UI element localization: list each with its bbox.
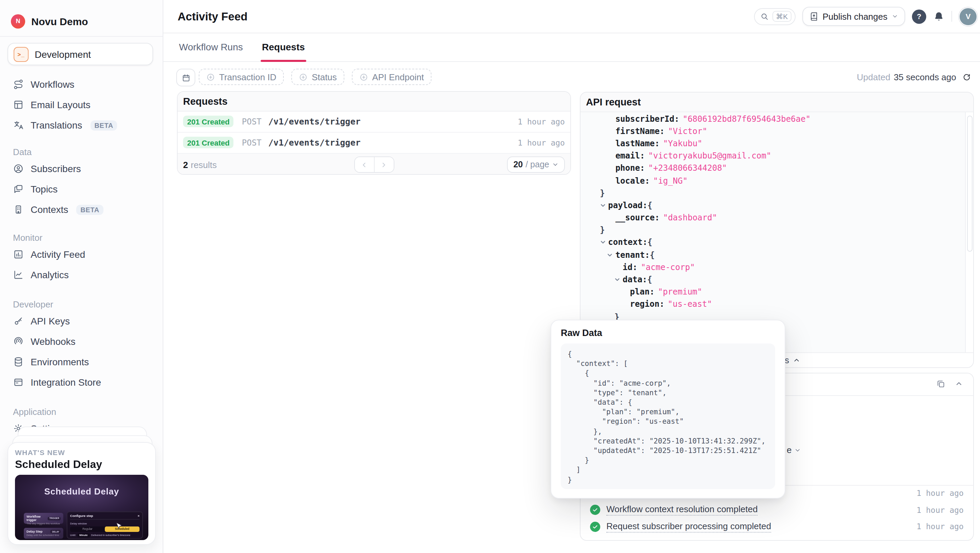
date-range-button[interactable] <box>176 69 195 86</box>
activity-feed-icon <box>13 249 24 260</box>
log-link[interactable]: Workflow context resolution completed <box>606 504 758 516</box>
promo-card-badge: TRIGGER <box>48 516 60 520</box>
json-collapse-chevron[interactable] <box>614 277 620 282</box>
json-collapse-chevron[interactable] <box>600 203 605 208</box>
promo-segment-regular: Regular <box>70 526 105 532</box>
json-line: payload:{ <box>581 199 965 211</box>
topics-icon <box>13 184 24 194</box>
sidebar-item-label: Webhooks <box>30 336 76 347</box>
promo-until-label: Until: <box>70 534 76 537</box>
raw-data-code-block: { "context": [ { "id": "acme-corp", "typ… <box>561 343 775 489</box>
log-time: 1 hour ago <box>917 522 964 532</box>
novu-dashboard: N Novu Demo >_ Development Workflows Ema… <box>0 0 980 553</box>
sidebar-item-label: Translations <box>30 120 82 130</box>
promo-config-section: Delay window <box>70 521 140 525</box>
promo-close-icon: × <box>137 514 140 518</box>
notifications-bell-icon[interactable] <box>933 11 945 22</box>
top-bar-actions: ⌘K Publish changes ? V <box>754 0 977 33</box>
promo-timezone-note: Delivered in subscriber's timezone <box>91 534 130 537</box>
page-size-label: / page <box>525 160 549 169</box>
whats-new-title: Scheduled Delay <box>15 458 148 471</box>
chevron-up-icon[interactable] <box>955 380 963 388</box>
environment-selector[interactable]: >_ Development <box>8 43 153 65</box>
sidebar-item-environments[interactable]: Environments <box>0 352 163 372</box>
filter-chip-transaction-id[interactable]: Transaction ID <box>199 69 284 85</box>
json-line: __source:"dashboard" <box>581 211 965 224</box>
json-collapse-chevron[interactable] <box>600 240 605 245</box>
sidebar-item-label: Integration Store <box>30 377 101 388</box>
sidebar-item-label: API Keys <box>30 316 70 326</box>
json-collapse-chevron[interactable] <box>607 252 612 257</box>
promo-headline: Scheduled Delay <box>15 486 148 497</box>
response-dropdown-fragment[interactable]: e <box>787 445 801 455</box>
log-link[interactable]: Request subscriber processing completed <box>606 521 771 532</box>
scrollbar-track <box>965 112 973 353</box>
sidebar-item-subscribers[interactable]: Subscribers <box>0 159 163 179</box>
page-size-select[interactable]: 20 / page <box>508 156 565 173</box>
sidebar-item-contexts[interactable]: Contexts BETA <box>0 199 163 220</box>
sidebar-item-topics[interactable]: Topics <box>0 179 163 199</box>
http-method: POST <box>242 138 262 147</box>
plus-circle-icon <box>360 72 368 81</box>
sidebar-item-email-layouts[interactable]: Email Layouts <box>0 95 163 115</box>
webhook-icon <box>13 336 24 347</box>
sidebar-item-analytics[interactable]: Analytics <box>0 265 163 285</box>
log-time: 1 hour ago <box>917 505 964 515</box>
promo-delay-step-card: Delay StepDELAY Delay until the schedule… <box>24 528 63 539</box>
calendar-icon <box>181 73 190 82</box>
sidebar-item-integration-store[interactable]: Integration Store <box>0 372 163 393</box>
filter-chip-status[interactable]: Status <box>291 69 344 85</box>
json-line: context:{ <box>581 236 965 249</box>
whats-new-card[interactable]: WHAT'S NEW Scheduled Delay Scheduled Del… <box>8 442 156 545</box>
sidebar-item-label: Email Layouts <box>30 99 91 110</box>
tab-workflow-runs[interactable]: Workflow Runs <box>179 33 243 61</box>
plus-circle-icon <box>206 72 215 81</box>
sidebar-item-label: Topics <box>30 184 57 194</box>
publish-changes-label: Publish changes <box>822 11 888 21</box>
json-line: } <box>581 187 965 199</box>
sidebar-item-workflows[interactable]: Workflows <box>0 74 163 95</box>
request-row[interactable]: 201 Created POST /v1/events/trigger 1 ho… <box>178 111 570 132</box>
sidebar-item-label: Environments <box>30 356 89 367</box>
org-switcher[interactable]: N Novu Demo <box>0 0 163 37</box>
publish-changes-button[interactable]: Publish changes <box>802 7 905 26</box>
filter-chip-api-endpoint[interactable]: API Endpoint <box>352 69 431 85</box>
updated-status: Updated 35 seconds ago <box>857 69 971 85</box>
section-title-data: Data <box>0 145 163 159</box>
section-title-developer: Developer <box>0 297 163 311</box>
sidebar-item-translations[interactable]: Translations BETA <box>0 115 163 135</box>
collapse-section-toggle[interactable]: s <box>785 353 800 367</box>
json-line: subscriberId:"6806192bd87f6954643be6ae" <box>581 113 965 125</box>
avatar[interactable]: V <box>959 7 977 25</box>
results-count: 2 results <box>183 159 217 170</box>
log-row: Request subscriber processing completed … <box>581 518 973 536</box>
filter-chips: Transaction ID Status API Endpoint <box>199 69 431 85</box>
sidebar-item-label: Contexts <box>30 204 68 215</box>
request-row[interactable]: 201 Created POST /v1/events/trigger 1 ho… <box>178 132 570 153</box>
log-row: Workflow context resolution completed 1 … <box>581 502 973 519</box>
refresh-icon[interactable] <box>962 72 971 81</box>
scrollbar-thumb[interactable] <box>967 115 972 251</box>
search-button[interactable]: ⌘K <box>754 8 795 25</box>
page-title: Activity Feed <box>178 10 247 23</box>
sidebar-item-api-keys[interactable]: API Keys <box>0 311 163 331</box>
updated-value: 35 seconds ago <box>894 72 956 82</box>
promo-segment-scheduled: Scheduled <box>105 526 140 532</box>
requests-panel: Requests 201 Created POST /v1/events/tri… <box>177 91 571 175</box>
promo-card-subtitle: Delay until the scheduled time <box>27 534 60 537</box>
novu-logo-letter: N <box>16 17 21 24</box>
copy-icon[interactable] <box>937 380 945 388</box>
section-title-application: Application <box>0 405 163 418</box>
json-line: phone:"+2348066344208" <box>581 162 965 175</box>
endpoint-path: /v1/events/trigger <box>269 116 361 127</box>
avatar-letter: V <box>966 12 971 21</box>
next-page-button[interactable] <box>374 157 393 172</box>
sidebar-item-activity-feed[interactable]: Activity Feed <box>0 244 163 265</box>
sidebar-item-webhooks[interactable]: Webhooks <box>0 331 163 352</box>
whats-new-promo-image[interactable]: Scheduled Delay Workflow triggerTRIGGER … <box>15 475 148 540</box>
endpoint-path: /v1/events/trigger <box>269 137 361 148</box>
tab-requests[interactable]: Requests <box>262 33 305 61</box>
help-button[interactable]: ? <box>912 9 926 24</box>
json-line: } <box>581 224 965 236</box>
prev-page-button[interactable] <box>355 157 374 172</box>
